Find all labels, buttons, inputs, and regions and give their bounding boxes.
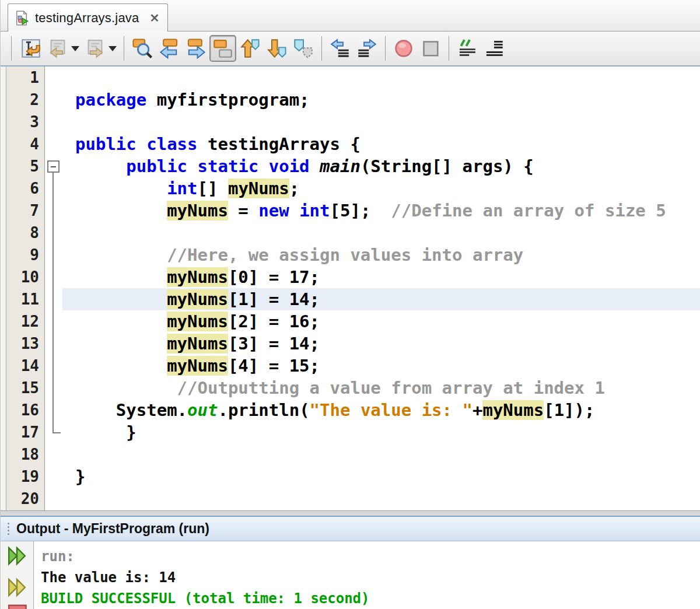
previous-occurrence-icon bbox=[159, 38, 180, 59]
line-number[interactable]: 13 bbox=[6, 332, 39, 355]
code-segment: [4] = 15; bbox=[228, 356, 320, 376]
code-line-17[interactable]: } bbox=[62, 421, 700, 443]
code-line-4[interactable]: public class testingArrays { bbox=[62, 133, 700, 155]
code-segment bbox=[75, 334, 167, 354]
output-header[interactable]: Output - MyFirstProgram (run) bbox=[1, 517, 700, 541]
jump-last-edit-button[interactable] bbox=[18, 35, 44, 62]
rerun-icon[interactable] bbox=[5, 545, 29, 568]
previous-bookmark-icon bbox=[239, 38, 260, 59]
line-number[interactable]: 16 bbox=[6, 399, 39, 421]
code-line-13[interactable]: myNums[3] = 14; bbox=[62, 332, 700, 355]
toggle-bookmark-button[interactable] bbox=[290, 35, 317, 62]
output-console[interactable]: run:The value is: 14BUILD SUCCESSFUL (to… bbox=[34, 541, 700, 609]
tab-testingarrays-java[interactable]: testingArrays.java ✕ bbox=[8, 4, 168, 32]
code-line-19[interactable]: } bbox=[62, 466, 700, 488]
next-occurrence-icon bbox=[186, 38, 206, 59]
toolbar-separator bbox=[385, 36, 386, 61]
stop-build-icon-partial[interactable] bbox=[5, 604, 29, 609]
dropdown-caret-icon[interactable] bbox=[71, 46, 79, 51]
code-line-5[interactable]: public static void main(String[] args) { bbox=[62, 155, 700, 177]
code-line-3[interactable] bbox=[62, 111, 700, 133]
code-segment bbox=[75, 356, 167, 376]
code-line-7[interactable]: myNums = new int[5]; //Define an array o… bbox=[62, 200, 700, 222]
code-line-6[interactable]: int[] myNums; bbox=[62, 177, 700, 200]
line-number[interactable]: 3 bbox=[6, 111, 39, 133]
code-segment bbox=[75, 178, 167, 198]
code-segment bbox=[75, 289, 167, 309]
code-line-14[interactable]: myNums[4] = 15; bbox=[62, 355, 700, 377]
code-segment bbox=[75, 201, 167, 220]
next-occurrence-button[interactable] bbox=[183, 35, 209, 62]
code-segment: [1]); bbox=[544, 400, 594, 420]
toolbar-separator bbox=[449, 36, 449, 61]
code-line-9[interactable]: //Here, we assign values into array bbox=[62, 244, 700, 266]
next-bookmark-button[interactable] bbox=[263, 35, 290, 62]
line-number[interactable]: 10 bbox=[6, 266, 39, 288]
record-macro-button[interactable] bbox=[390, 35, 417, 62]
previous-occurrence-button[interactable] bbox=[156, 35, 183, 62]
line-number[interactable]: 5 bbox=[6, 155, 39, 177]
toggle-bookmark-icon bbox=[293, 38, 314, 59]
close-icon[interactable]: ✕ bbox=[149, 12, 159, 24]
code-segment: public static void bbox=[126, 156, 309, 176]
fold-collapse-icon[interactable] bbox=[47, 160, 60, 173]
code-line-15[interactable]: //Outputting a value from array at index… bbox=[62, 377, 700, 399]
line-number[interactable]: 9 bbox=[6, 244, 39, 266]
uncomment-button[interactable] bbox=[481, 35, 508, 62]
horizontal-splitter[interactable] bbox=[1, 511, 700, 516]
toggle-highlight-button[interactable] bbox=[209, 35, 236, 62]
output-panel: Output - MyFirstProgram (run) bbox=[1, 516, 700, 609]
line-number[interactable]: 17 bbox=[6, 421, 39, 443]
shift-left-button[interactable] bbox=[327, 35, 354, 62]
occurrence-highlight: myNums bbox=[167, 267, 228, 287]
dropdown-caret-icon[interactable] bbox=[108, 46, 117, 51]
code-line-11[interactable]: myNums[1] = 14; bbox=[62, 288, 700, 310]
occurrence-highlight: myNums bbox=[167, 289, 228, 309]
rerun-with-changes-icon[interactable] bbox=[5, 576, 29, 600]
line-number[interactable]: 15 bbox=[6, 377, 39, 399]
output-line-success: BUILD SUCCESSFUL (total time: 1 second) bbox=[41, 588, 700, 609]
line-number[interactable]: 18 bbox=[6, 443, 39, 466]
code-segment: [] bbox=[198, 178, 228, 198]
stop-macro-icon bbox=[420, 38, 441, 59]
previous-bookmark-button[interactable] bbox=[236, 35, 263, 62]
code-line-16[interactable]: System.out.println("The value is: "+myNu… bbox=[62, 399, 700, 421]
shift-right-button[interactable] bbox=[354, 35, 380, 62]
code-segment: //Outputting a value from array at index… bbox=[177, 378, 605, 398]
line-number[interactable]: 20 bbox=[6, 488, 39, 510]
comment-button[interactable] bbox=[454, 35, 481, 62]
code-line-8[interactable] bbox=[62, 222, 700, 244]
line-number[interactable]: 12 bbox=[6, 310, 39, 332]
back-button[interactable] bbox=[44, 35, 71, 62]
line-number-gutter[interactable]: 1234567891011121314151617181920 bbox=[6, 66, 45, 510]
output-line-info: run: bbox=[41, 546, 700, 567]
line-number[interactable]: 8 bbox=[6, 222, 39, 244]
line-number[interactable]: 19 bbox=[6, 466, 39, 488]
record-macro-icon bbox=[393, 38, 414, 59]
code-line-10[interactable]: myNums[0] = 17; bbox=[62, 266, 700, 288]
code-text-area[interactable]: package myfirstprogram;public class test… bbox=[62, 66, 700, 510]
shift-left-icon bbox=[330, 38, 351, 59]
code-segment: + bbox=[473, 400, 482, 420]
line-number[interactable]: 4 bbox=[6, 133, 39, 155]
code-line-2[interactable]: package myfirstprogram; bbox=[62, 89, 700, 111]
stop-macro-button[interactable] bbox=[417, 35, 444, 62]
line-number[interactable]: 6 bbox=[6, 177, 39, 200]
code-line-1[interactable] bbox=[62, 66, 700, 89]
line-number[interactable]: 1 bbox=[6, 66, 39, 89]
occurrence-highlight: myNums bbox=[482, 400, 544, 420]
line-number[interactable]: 7 bbox=[6, 200, 39, 222]
code-segment: } bbox=[75, 422, 136, 442]
line-number[interactable]: 11 bbox=[6, 288, 39, 310]
code-line-18[interactable] bbox=[62, 443, 700, 466]
forward-button[interactable] bbox=[82, 35, 108, 62]
code-segment: //Here, we assign values into array bbox=[167, 245, 523, 265]
code-segment: public class bbox=[75, 134, 198, 154]
drag-grip-icon[interactable] bbox=[6, 522, 10, 536]
code-line-20[interactable] bbox=[62, 488, 700, 510]
find-selection-button[interactable] bbox=[129, 35, 156, 62]
line-number[interactable]: 2 bbox=[6, 89, 39, 111]
code-fold-margin[interactable] bbox=[45, 66, 62, 510]
line-number[interactable]: 14 bbox=[6, 355, 39, 377]
code-line-12[interactable]: myNums[2] = 16; bbox=[62, 310, 700, 332]
